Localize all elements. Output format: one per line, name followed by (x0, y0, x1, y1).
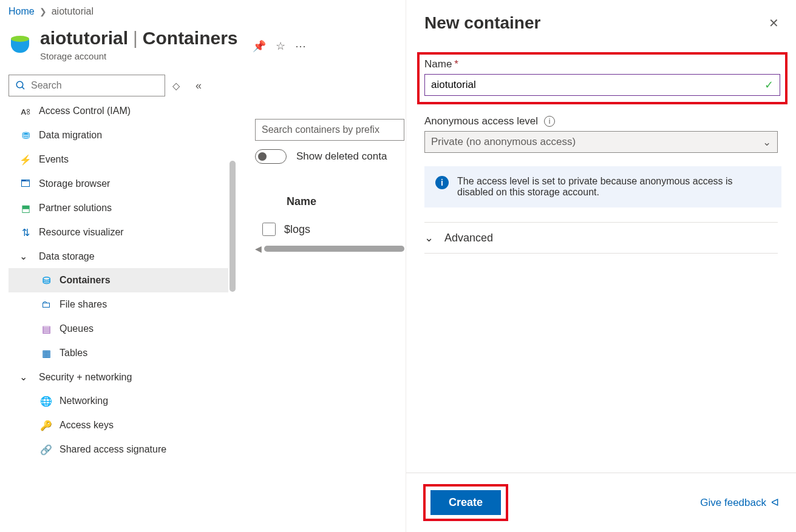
sidebar-item-events[interactable]: ⚡ Events (9, 147, 228, 172)
table-row[interactable]: $logs (255, 219, 404, 240)
name-input[interactable] (431, 79, 764, 91)
feedback-icon: ᐊ (771, 496, 779, 509)
access-level-select[interactable]: Private (no anonymous access) ⌄ (424, 131, 778, 153)
container-icon: ⛁ (40, 274, 52, 286)
chevron-right-icon: ❯ (39, 7, 47, 16)
sidebar-item-sas[interactable]: 🔗 Shared access signature (9, 437, 228, 462)
sort-icon[interactable]: ◇ (172, 80, 180, 92)
sidebar-item-tables[interactable]: ▦ Tables (9, 341, 228, 365)
sidebar-scrollbar[interactable] (228, 99, 237, 462)
give-feedback-link[interactable]: Give feedback ᐊ (700, 496, 779, 509)
sidebar-section-security[interactable]: ⌄ Security + networking (9, 365, 228, 389)
sidebar-search-input[interactable] (31, 80, 158, 91)
link-icon: 🔗 (40, 443, 52, 456)
column-header-name[interactable]: Name (255, 190, 404, 219)
create-button-highlight: Create (423, 484, 508, 521)
sidebar-item-file-shares[interactable]: 🗀 File shares (9, 292, 228, 317)
sidebar-item-access-keys[interactable]: 🔑 Access keys (9, 413, 228, 437)
migration-icon: ⛃ (19, 129, 32, 141)
queue-icon: ▤ (40, 323, 52, 335)
show-deleted-label: Show deleted conta (296, 150, 387, 163)
pin-icon[interactable]: 📌 (253, 39, 266, 53)
chevron-down-icon: ⌄ (424, 231, 434, 244)
browser-icon: 🗔 (19, 178, 32, 190)
new-container-panel: New container ✕ Name* ✓ Anonymous access… (406, 0, 796, 532)
row-checkbox[interactable] (262, 223, 276, 236)
sidebar-item-containers[interactable]: ⛁ Containers (9, 268, 228, 292)
page-title: aiotutorial|Containers (40, 28, 238, 49)
sidebar-item-iam[interactable]: ᴀ৪ Access Control (IAM) (9, 99, 228, 123)
breadcrumb-home[interactable]: Home (9, 6, 35, 17)
breadcrumb-current[interactable]: aiotutorial (52, 6, 94, 17)
info-banner: i The access level is set to private bec… (424, 166, 781, 207)
create-button[interactable]: Create (430, 490, 501, 515)
key-icon: 🔑 (40, 419, 52, 431)
favorite-icon[interactable]: ☆ (276, 39, 285, 53)
svg-line-1 (22, 87, 24, 89)
name-label: Name* (424, 58, 780, 70)
container-search-input[interactable]: Search containers by prefix (255, 119, 404, 141)
lightning-icon: ⚡ (19, 153, 32, 166)
sidebar-search[interactable] (9, 75, 165, 96)
sidebar-item-networking[interactable]: 🌐 Networking (9, 389, 228, 413)
sidebar-item-resource-visualizer[interactable]: ⇅ Resource visualizer (9, 220, 228, 244)
page-subtitle: Storage account (40, 51, 238, 61)
chevron-down-icon: ⌄ (19, 371, 29, 383)
chevron-down-icon: ⌄ (763, 136, 771, 149)
sidebar-item-data-migration[interactable]: ⛃ Data migration (9, 123, 228, 147)
advanced-section-toggle[interactable]: ⌄ Advanced (424, 222, 778, 254)
sidebar-section-data-storage[interactable]: ⌄ Data storage (9, 244, 228, 268)
sidebar-item-partner-solutions[interactable]: ⬒ Partner solutions (9, 196, 228, 220)
name-input-wrap[interactable]: ✓ (424, 74, 780, 96)
sidebar-item-storage-browser[interactable]: 🗔 Storage browser (9, 172, 228, 196)
breadcrumb: Home ❯ aiotutorial (9, 6, 406, 17)
show-deleted-toggle[interactable] (255, 149, 287, 164)
container-name: $logs (284, 223, 310, 236)
svg-point-0 (16, 81, 23, 88)
search-icon (15, 80, 26, 91)
scroll-left-icon[interactable]: ◀ (255, 244, 262, 254)
access-level-label: Anonymous access level i (424, 115, 778, 127)
more-icon[interactable]: ⋯ (295, 39, 306, 53)
sidebar-item-queues[interactable]: ▤ Queues (9, 317, 228, 341)
name-field-highlight: Name* ✓ (417, 52, 787, 104)
collapse-sidebar-icon[interactable]: « (196, 79, 202, 92)
globe-icon: 🌐 (40, 395, 52, 407)
visualizer-icon: ⇅ (19, 226, 32, 238)
fileshare-icon: 🗀 (40, 298, 52, 311)
person-icon: ᴀ৪ (19, 105, 32, 117)
chevron-down-icon: ⌄ (19, 251, 29, 262)
check-icon: ✓ (764, 78, 774, 92)
info-icon: i (435, 176, 449, 189)
info-text: The access level is set to private becau… (457, 176, 770, 198)
close-icon[interactable]: ✕ (769, 16, 779, 30)
info-icon[interactable]: i (544, 116, 555, 127)
panel-title: New container (424, 13, 540, 33)
horizontal-scrollbar[interactable]: ◀ (255, 244, 404, 253)
storage-account-icon (9, 33, 32, 56)
table-icon: ▦ (40, 347, 52, 359)
partner-icon: ⬒ (19, 202, 32, 214)
